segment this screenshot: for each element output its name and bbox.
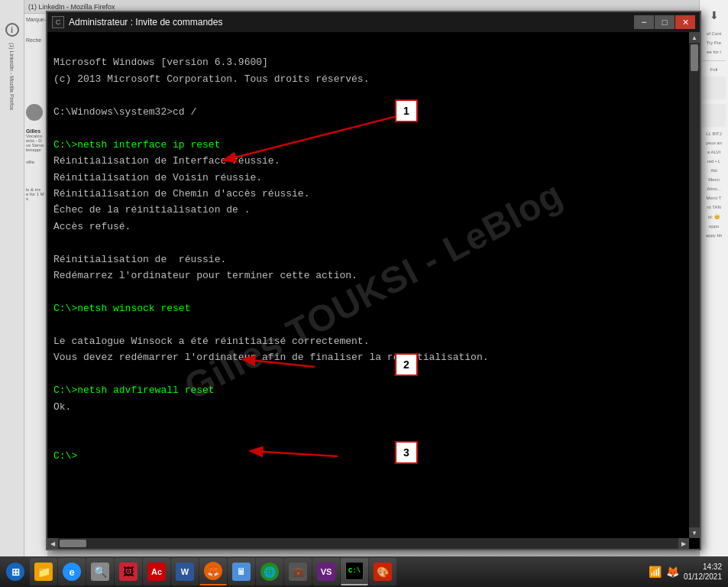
taskbar-acrobat-button[interactable]: Ac: [143, 558, 170, 585]
terminal-line15: [53, 287, 60, 298]
vertical-scrollbar[interactable]: ▲ ▼: [689, 32, 700, 538]
right-sidebar: ⬇ of Cont Try Pre ee for I Foll LL BITJ …: [699, 0, 728, 556]
terminal-line13: Réinitialisation de réussie.: [53, 254, 226, 265]
terminal-line24: [53, 434, 60, 446]
taskbar: ⊞ 📁 e 🔍 🖼 Ac W 🦊 🖩 🌐 💼 VS: [0, 556, 728, 587]
taskbar-calculator-button[interactable]: 🖩: [228, 558, 255, 585]
cmd-title: Administrateur : Invite de commandes: [69, 17, 222, 28]
close-button[interactable]: ✕: [675, 15, 695, 29]
taskbar-paint-button[interactable]: 🎨: [369, 558, 396, 585]
taskbar-search-button[interactable]: 🔍: [86, 558, 114, 585]
left-content: Marque- Reche Gilles Vocalco ects - D vs…: [24, 14, 47, 556]
titlebar-left: C Administrateur : Invite de commandes: [52, 16, 222, 28]
terminal-line2: (c) 2013 Microsoft Corporation. Tous dro…: [53, 73, 369, 85]
taskbar-right: 📶 🦊 14:32 01/12/2021: [649, 562, 726, 582]
cmd-icon: C: [52, 16, 64, 28]
browser-tab-title: (1) LinkedIn - Mozilla Firefox: [28, 3, 115, 11]
scrollbar-thumb-h[interactable]: [60, 540, 86, 547]
sidebar-label: (1) LinkedIn - Mozilla Firefox: [9, 43, 15, 110]
terminal-line17: [53, 319, 60, 330]
cmd-controls: − □ ✕: [634, 15, 695, 29]
taskbar-explorer-button[interactable]: 📁: [30, 558, 57, 585]
cmd-content: ▲ ▼ ◀ ▶ Microsoft Windows [version 6.3.9…: [47, 32, 700, 549]
terminal-line25: C:\>: [53, 450, 77, 462]
download-icon[interactable]: ⬇: [706, 7, 723, 24]
start-button[interactable]: ⊞: [2, 558, 29, 585]
terminal-output: Microsoft Windows [version 6.3.9600] (c)…: [47, 32, 700, 496]
terminal-line21: C:\>netsh advfirewall reset: [53, 384, 215, 396]
cmd-window: C Administrateur : Invite de commandes −…: [46, 11, 701, 550]
avatar: [26, 104, 43, 121]
taskbar-cmd-button[interactable]: C:\: [341, 558, 368, 585]
terminal-line1: Microsoft Windows [version 6.3.9600]: [53, 57, 268, 68]
firefox-tray-icon: 🦊: [666, 566, 679, 578]
info-icon: i: [5, 23, 19, 37]
scroll-right-arrow[interactable]: ▶: [678, 538, 689, 549]
clock-display: 14:32 01/12/2021: [684, 562, 722, 582]
cmd-titlebar: C Administrateur : Invite de commandes −…: [47, 12, 700, 32]
annotation-box-2: 2: [395, 353, 418, 376]
network-tray-icon: 📶: [649, 566, 662, 578]
taskbar-vs-button[interactable]: VS: [312, 558, 340, 585]
terminal-line5: [53, 122, 60, 134]
minimize-button[interactable]: −: [634, 15, 654, 29]
taskbar-ie-button[interactable]: e: [58, 558, 86, 585]
terminal-line14: Redémarrez l'ordinateur pour terminer ce…: [53, 270, 358, 281]
terminal-line22: Ok.: [53, 401, 71, 413]
terminal-line18: Le catalogue Winsock a été réinitialisé …: [53, 336, 369, 347]
terminal-line4: C:\Windows\system32>cd /: [53, 106, 196, 118]
horizontal-scrollbar[interactable]: ◀ ▶: [47, 538, 689, 549]
taskbar-firefox-button[interactable]: 🦊: [199, 558, 227, 585]
terminal-line9: Réinitialisation de Chemin d'accès réuss…: [53, 188, 309, 199]
scroll-down-arrow[interactable]: ▼: [689, 527, 700, 538]
terminal-line3: [53, 89, 60, 101]
terminal-line23: [53, 417, 60, 429]
annotation-box-1: 1: [395, 99, 418, 122]
scroll-left-arrow[interactable]: ◀: [47, 538, 58, 549]
left-sidebar: i (1) LinkedIn - Mozilla Firefox: [0, 0, 24, 556]
terminal-line19: Vous devez redémarrer l'ordinateur afin …: [53, 352, 489, 363]
terminal-line11: Accès refusé.: [53, 221, 131, 232]
terminal-line16: C:\>netsh winsock reset: [53, 303, 190, 314]
scroll-up-arrow[interactable]: ▲: [689, 32, 700, 43]
taskbar-network-button[interactable]: 💼: [284, 558, 312, 585]
terminal-line20: [53, 368, 60, 380]
taskbar-word-button[interactable]: W: [171, 558, 199, 585]
annotation-box-3: 3: [395, 441, 418, 464]
taskbar-photos-button[interactable]: 🖼: [115, 558, 142, 585]
scrollbar-thumb[interactable]: [691, 44, 698, 71]
terminal-line7: Réinitialisation de Interface réussie.: [53, 155, 280, 167]
terminal-line12: [53, 237, 60, 248]
maximize-button[interactable]: □: [655, 15, 675, 29]
taskbar-globe-button[interactable]: 🌐: [256, 558, 283, 585]
terminal-line10: Échec de la réinitialisation de .: [53, 204, 250, 216]
terminal-line6: C:\>netsh interface ip reset: [53, 139, 220, 151]
terminal-line8: Réinitialisation de Voisin réussie.: [53, 172, 262, 183]
